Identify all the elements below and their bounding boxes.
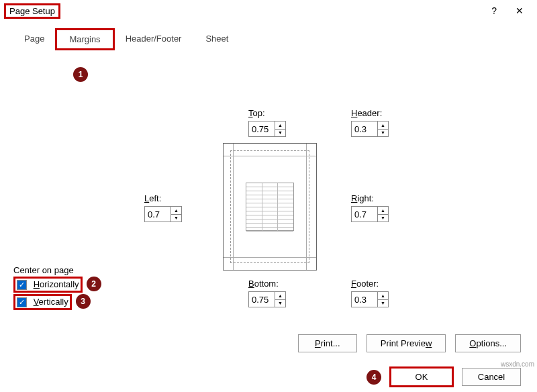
vertically-label: Vertically bbox=[34, 297, 68, 307]
right-margin-group: Right: ▲▼ bbox=[351, 193, 389, 222]
top-spinner[interactable]: ▲▼ bbox=[248, 121, 286, 137]
down-icon[interactable]: ▼ bbox=[378, 300, 388, 307]
annotation-badge-4: 4 bbox=[367, 370, 381, 385]
checkbox-checked-icon: ✓ bbox=[17, 297, 27, 307]
vertically-checkbox-row[interactable]: ✓ Vertically bbox=[13, 294, 72, 310]
header-label: Header: bbox=[351, 108, 389, 118]
horizontally-checkbox-row[interactable]: ✓ Horizontally bbox=[13, 277, 83, 293]
header-margin-group: Header: ▲▼ bbox=[351, 108, 389, 137]
bottom-margin-group: Bottom: ▲▼ bbox=[248, 279, 286, 307]
close-icon[interactable]: ✕ bbox=[516, 5, 524, 16]
bottom-input[interactable] bbox=[249, 292, 275, 307]
up-icon[interactable]: ▲ bbox=[171, 207, 181, 215]
bottom-spinner[interactable]: ▲▼ bbox=[248, 291, 286, 307]
footer-margin-group: Footer: ▲▼ bbox=[351, 279, 389, 307]
top-margin-group: Top: ▲▼ bbox=[248, 108, 286, 137]
tab-sheet[interactable]: Sheet bbox=[193, 30, 240, 49]
header-input[interactable] bbox=[352, 121, 377, 136]
title-controls: ? ✕ bbox=[491, 5, 532, 16]
options-button[interactable]: Options... bbox=[455, 334, 521, 352]
down-icon[interactable]: ▼ bbox=[171, 215, 181, 222]
annotation-badge-3: 3 bbox=[76, 294, 91, 309]
center-on-page-section: Center on page ✓ Horizontally 2 ✓ Vertic… bbox=[13, 265, 101, 310]
help-icon[interactable]: ? bbox=[491, 5, 497, 16]
tab-margins[interactable]: Margins bbox=[56, 30, 113, 49]
dialog-title: Page Setup bbox=[5, 5, 59, 17]
annotation-badge-2: 2 bbox=[87, 277, 101, 291]
titlebar: Page Setup ? ✕ bbox=[0, 0, 537, 21]
ok-button[interactable]: OK bbox=[391, 368, 452, 386]
up-icon[interactable]: ▲ bbox=[378, 207, 388, 215]
tabs: Page Margins Header/Footer Sheet bbox=[12, 30, 525, 49]
down-icon[interactable]: ▼ bbox=[275, 130, 285, 137]
up-icon[interactable]: ▲ bbox=[275, 292, 285, 300]
bottom-label: Bottom: bbox=[248, 279, 286, 289]
left-label: Left: bbox=[144, 193, 182, 203]
down-icon[interactable]: ▼ bbox=[378, 215, 388, 222]
left-input[interactable] bbox=[145, 207, 170, 222]
dialog-actions: 4 OK Cancel bbox=[367, 368, 521, 386]
checkbox-checked-icon: ✓ bbox=[17, 280, 27, 290]
up-icon[interactable]: ▲ bbox=[275, 121, 285, 130]
tab-page[interactable]: Page bbox=[12, 30, 56, 49]
header-spinner[interactable]: ▲▼ bbox=[351, 121, 389, 137]
up-icon[interactable]: ▲ bbox=[378, 292, 388, 300]
left-margin-group: Left: ▲▼ bbox=[144, 193, 182, 222]
center-on-page-label: Center on page bbox=[13, 265, 101, 275]
right-label: Right: bbox=[351, 193, 389, 203]
horizontally-label: Horizontally bbox=[34, 279, 79, 289]
down-icon[interactable]: ▼ bbox=[378, 130, 388, 137]
down-icon[interactable]: ▼ bbox=[275, 300, 285, 307]
right-spinner[interactable]: ▲▼ bbox=[351, 206, 389, 222]
footer-label: Footer: bbox=[351, 279, 389, 289]
print-button[interactable]: Print... bbox=[298, 334, 357, 352]
footer-input[interactable] bbox=[352, 292, 377, 307]
cancel-button[interactable]: Cancel bbox=[462, 368, 521, 386]
tab-header-footer[interactable]: Header/Footer bbox=[113, 30, 194, 49]
top-label: Top: bbox=[248, 108, 286, 118]
top-input[interactable] bbox=[249, 121, 275, 136]
footer-spinner[interactable]: ▲▼ bbox=[351, 291, 389, 307]
footer-buttons: Print... Print Preview Options... bbox=[298, 334, 521, 352]
left-spinner[interactable]: ▲▼ bbox=[144, 206, 182, 222]
preview-table-icon bbox=[246, 183, 294, 231]
up-icon[interactable]: ▲ bbox=[378, 121, 388, 130]
right-input[interactable] bbox=[352, 207, 377, 222]
watermark: wsxdn.com bbox=[501, 360, 534, 368]
page-preview bbox=[223, 143, 317, 271]
print-preview-button[interactable]: Print Preview bbox=[367, 334, 446, 352]
